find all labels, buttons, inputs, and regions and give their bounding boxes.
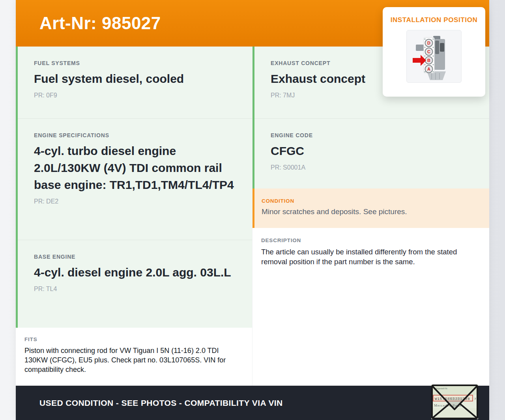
installation-position-card: INSTALLATION POSITION <box>383 7 485 97</box>
vehicle-registration-image: Fahrgestell-Nr. W1571463J31298 7 Mercede… <box>431 385 478 419</box>
cylinder-letter-a: A <box>427 67 430 71</box>
description-text: The article can usually be installed dif… <box>261 247 477 267</box>
section-label: FUEL SYSTEMS <box>34 60 236 66</box>
right-column: EXHAUST CONCEPT Exhaust concept PR: 7MJ … <box>252 47 489 386</box>
condition-label: CONDITION <box>262 198 481 204</box>
pr-code: PR: DE2 <box>34 198 236 205</box>
section-title: 4-cyl. diesel engine 2.0L agg. 03L.L <box>34 264 236 281</box>
left-column: FUEL SYSTEMS Fuel system diesel, cooled … <box>16 47 252 386</box>
installation-position-title: INSTALLATION POSITION <box>383 16 485 24</box>
footer-text: USED CONDITION - SEE PHOTOS - COMPATIBIL… <box>39 398 283 408</box>
pr-code: PR: S0001A <box>271 164 473 171</box>
section-fuel-systems: FUEL SYSTEMS Fuel system diesel, cooled … <box>18 47 252 118</box>
doc-vin-checkdigit: 7 <box>474 397 476 401</box>
section-condition: CONDITION Minor scratches and deposits. … <box>252 189 489 228</box>
section-label: ENGINE SPECIFICATIONS <box>34 132 236 138</box>
engine-image-panel: D C B A <box>406 30 462 83</box>
cylinder-letter-d: D <box>427 41 430 45</box>
condition-text: Minor scratches and deposits. See pictur… <box>262 207 481 216</box>
fits-text: Piston with connecting rod for VW Tiguan… <box>24 346 243 374</box>
left-green-sections: FUEL SYSTEMS Fuel system diesel, cooled … <box>16 47 252 328</box>
footer-bar: USED CONDITION - SEE PHOTOS - COMPATIBIL… <box>16 386 489 420</box>
section-fits: FITS Piston with connecting rod for VW T… <box>16 328 252 386</box>
section-label: ENGINE CODE <box>271 132 473 138</box>
description-label: DESCRIPTION <box>261 237 480 243</box>
main-content: FUEL SYSTEMS Fuel system diesel, cooled … <box>16 47 489 386</box>
pr-code: PR: 0F9 <box>34 92 236 99</box>
article-number-title: Art-Nr: 985027 <box>39 13 161 33</box>
section-label: BASE ENGINE <box>34 254 236 260</box>
section-title: CFGC <box>271 142 473 159</box>
cylinder-letter-c: C <box>427 49 430 54</box>
section-description: DESCRIPTION The article can usually be i… <box>252 228 489 386</box>
section-base-engine: BASE ENGINE 4-cyl. diesel engine 2.0L ag… <box>18 240 252 328</box>
crossed-document-icon: Fahrgestell-Nr. W1571463J31298 7 Mercede… <box>431 385 478 419</box>
section-title: Fuel system diesel, cooled <box>34 70 236 87</box>
cylinder-letter-b: B <box>427 58 430 63</box>
section-engine-specifications: ENGINE SPECIFICATIONS 4-cyl. turbo diese… <box>18 118 252 240</box>
product-listing-card: Art-Nr: 985027 FUEL SYSTEMS Fuel system … <box>16 0 489 420</box>
engine-block-image: D C B A <box>410 33 458 80</box>
pr-code: PR: TL4 <box>34 286 236 293</box>
section-title: 4-cyl. turbo diesel engine 2.0L/130KW (4… <box>34 142 236 193</box>
section-engine-code: ENGINE CODE CFGC PR: S0001A <box>254 118 489 189</box>
section-label: FITS <box>24 336 243 342</box>
